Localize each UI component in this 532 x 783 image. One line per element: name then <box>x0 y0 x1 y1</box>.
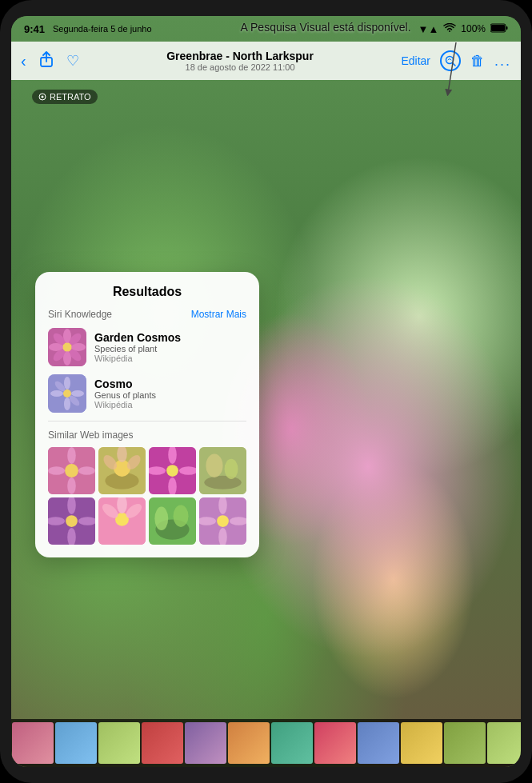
results-title: Resultados <box>48 285 246 299</box>
svg-point-40 <box>166 465 178 477</box>
portrait-label: RETRATO <box>50 92 91 102</box>
svg-point-46 <box>204 476 241 489</box>
result-source-1: Wikipédia <box>94 354 246 363</box>
result-desc-1: Species of plant <box>94 344 246 354</box>
similar-web-label: Similar Web images <box>48 429 246 441</box>
svg-point-50 <box>66 515 78 527</box>
thumb-item[interactable] <box>142 722 183 764</box>
back-button[interactable]: ‹ <box>21 52 26 70</box>
status-time: 9:41 <box>24 23 45 35</box>
svg-point-23 <box>50 390 63 397</box>
similar-image-7[interactable] <box>149 497 196 545</box>
result-info-1: Garden Cosmos Species of plant Wikipédia <box>94 331 246 363</box>
result-item-2[interactable]: Cosmo Genus of plants Wikipédia <box>48 374 246 413</box>
nav-left: ‹ ♡ <box>21 51 79 70</box>
status-bar: 9:41 Segunda-feira 5 de junho ▼▲ 100% <box>11 16 521 42</box>
thumb-item[interactable] <box>98 722 140 764</box>
thumb-item[interactable] <box>12 722 54 764</box>
similar-image-2[interactable] <box>98 447 146 494</box>
nav-right: Editar 🗑 ... <box>401 50 511 71</box>
results-panel: Resultados Siri Knowledge Mostrar Mais <box>35 272 259 557</box>
thumb-item[interactable] <box>55 722 97 764</box>
status-right: ▼▲ 100% <box>418 22 508 36</box>
result-thumb-2 <box>48 374 86 413</box>
nav-center: Greenbrae - North Larkspur 18 de agosto … <box>79 50 402 72</box>
result-desc-2: Genus of plants <box>94 390 246 400</box>
results-section-header: Siri Knowledge Mostrar Mais <box>48 309 246 320</box>
svg-point-28 <box>65 464 78 477</box>
similar-image-6[interactable] <box>98 497 146 545</box>
result-source-2: Wikipédia <box>94 400 246 409</box>
visual-lookup-button[interactable] <box>440 50 461 71</box>
svg-point-30 <box>67 477 76 494</box>
ipad-frame: A Pesquisa Visual está disponível. 9:41 … <box>0 0 532 783</box>
favorite-button[interactable]: ♡ <box>66 52 79 70</box>
siri-knowledge-label: Siri Knowledge <box>48 309 112 320</box>
battery-icon <box>490 22 508 36</box>
photo-title: Greenbrae - North Larkspur <box>79 50 402 62</box>
result-info-2: Cosmo Genus of plants Wikipédia <box>94 378 246 409</box>
svg-point-24 <box>71 390 84 397</box>
result-name-2: Cosmo <box>94 378 246 390</box>
thumb-item[interactable] <box>185 722 226 764</box>
svg-rect-2 <box>491 25 505 31</box>
screen: A Pesquisa Visual está disponível. 9:41 … <box>11 16 521 767</box>
similar-image-1[interactable] <box>48 447 95 494</box>
nav-bar: ‹ ♡ Greenbrae - North Larkspur 18 de ago… <box>11 42 521 80</box>
svg-line-6 <box>452 63 455 66</box>
svg-point-48 <box>225 459 238 479</box>
similar-image-5[interactable] <box>48 497 95 545</box>
thumb-item[interactable] <box>358 722 399 764</box>
svg-point-62 <box>154 507 168 531</box>
similar-images-grid <box>48 447 246 545</box>
edit-button[interactable]: Editar <box>401 54 430 67</box>
svg-point-31 <box>48 466 65 475</box>
svg-point-29 <box>67 447 76 464</box>
similar-image-3[interactable] <box>149 447 196 494</box>
share-button[interactable] <box>39 51 54 70</box>
portrait-badge: RETRATO <box>32 90 98 104</box>
similar-image-4[interactable] <box>199 447 246 494</box>
battery-label: 100% <box>461 23 486 34</box>
result-name-1: Garden Cosmos <box>94 331 246 344</box>
wifi-icon: ▼▲ <box>418 23 439 35</box>
svg-point-8 <box>42 96 44 98</box>
similar-image-8[interactable] <box>199 497 246 545</box>
thumb-item[interactable] <box>228 722 270 764</box>
svg-point-32 <box>78 466 95 475</box>
photo-date: 18 de agosto de 2022 11:00 <box>79 62 402 72</box>
thumbnail-strip <box>11 719 521 767</box>
svg-point-21 <box>64 377 70 390</box>
status-date: Segunda-feira 5 de junho <box>53 24 152 34</box>
svg-point-65 <box>217 515 229 527</box>
svg-point-47 <box>206 453 222 477</box>
status-left: 9:41 Segunda-feira 5 de junho <box>24 23 152 35</box>
svg-point-22 <box>64 397 70 410</box>
svg-rect-3 <box>506 26 508 30</box>
thumb-item[interactable] <box>401 722 442 764</box>
delete-button[interactable]: 🗑 <box>470 53 485 70</box>
wifi-signal-icon <box>443 22 456 36</box>
show-more-button[interactable]: Mostrar Mais <box>191 309 246 320</box>
more-button[interactable]: ... <box>494 53 511 70</box>
thumb-item[interactable] <box>314 722 356 764</box>
result-thumb-1 <box>48 328 86 366</box>
thumb-item[interactable] <box>271 722 313 764</box>
result-item-1[interactable]: Garden Cosmos Species of plant Wikipédia <box>48 328 246 366</box>
thumb-item[interactable] <box>487 722 521 764</box>
divider <box>48 421 246 421</box>
svg-point-63 <box>174 505 189 526</box>
thumb-item[interactable] <box>444 722 486 764</box>
